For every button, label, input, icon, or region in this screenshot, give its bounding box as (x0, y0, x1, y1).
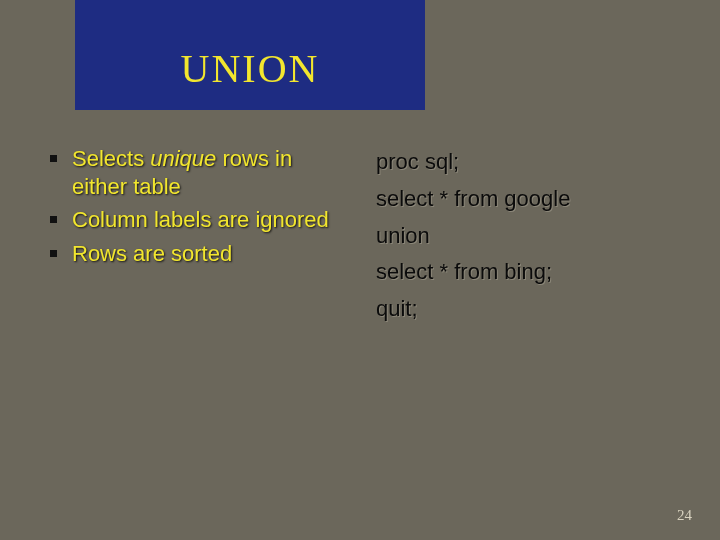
page-number: 24 (677, 507, 692, 524)
bullet-text-pre: Selects (72, 146, 150, 171)
right-column: proc sql; select * from google union sel… (376, 145, 680, 331)
content-area: Selects unique rows in either table Colu… (48, 145, 680, 331)
bullet-text-pre: Column labels are ignored (72, 207, 329, 232)
code-line: proc sql; (376, 147, 680, 178)
list-item: Column labels are ignored (48, 206, 348, 234)
code-line: union (376, 221, 680, 252)
bullet-text-em: unique (150, 146, 216, 171)
bullet-text-pre: Rows are sorted (72, 241, 232, 266)
list-item: Rows are sorted (48, 240, 348, 268)
title-bar: UNION (75, 0, 425, 110)
code-line: select * from google (376, 184, 680, 215)
list-item: Selects unique rows in either table (48, 145, 348, 200)
left-column: Selects unique rows in either table Colu… (48, 145, 348, 331)
code-line: quit; (376, 294, 680, 325)
bullet-list: Selects unique rows in either table Colu… (48, 145, 348, 267)
slide-title: UNION (181, 45, 320, 92)
code-line: select * from bing; (376, 257, 680, 288)
